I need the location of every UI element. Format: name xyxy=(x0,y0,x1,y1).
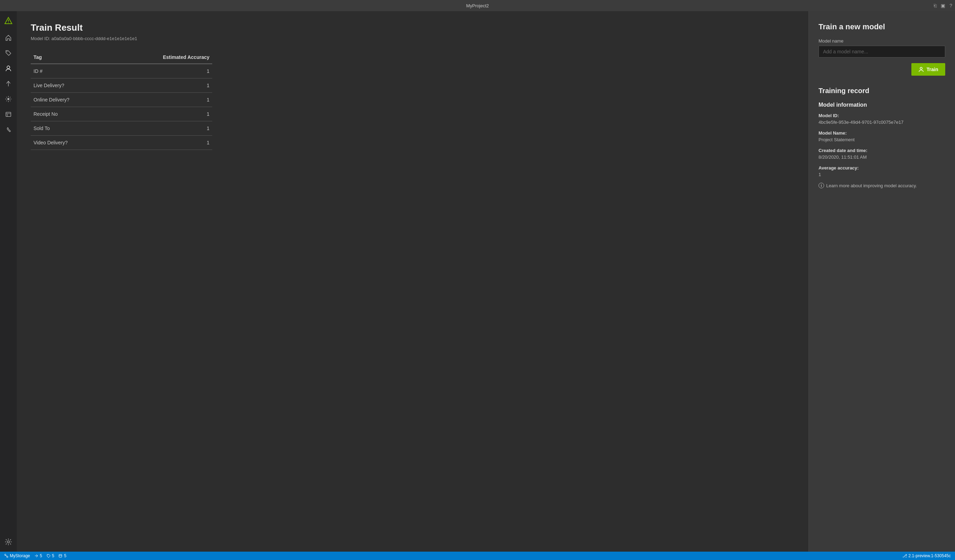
app-title: MyProject2 xyxy=(466,3,488,8)
training-record-title: Training record xyxy=(819,87,945,95)
table-row: ID #1 xyxy=(31,64,212,78)
connections-count: 5 xyxy=(40,554,42,558)
avg-accuracy-label: Average accuracy: xyxy=(819,165,945,170)
table-cell-accuracy: 1 xyxy=(111,64,212,78)
model-id-display: Model ID: a0a0a0a0-bbbb-cccc-dddd-e1e1e1… xyxy=(31,36,794,41)
svg-rect-6 xyxy=(6,112,11,117)
svg-point-2 xyxy=(8,22,9,23)
svg-point-5 xyxy=(7,98,9,100)
train-button-label: Train xyxy=(927,67,938,72)
sidebar-item-active-learning[interactable] xyxy=(2,92,16,106)
train-btn-row: Train xyxy=(819,58,945,76)
sidebar-item-settings[interactable] xyxy=(2,535,16,549)
table-cell-tag: ID # xyxy=(31,64,111,78)
table-cell-tag: Live Delivery? xyxy=(31,78,111,93)
right-panel: Train a new model Model name Train Train… xyxy=(808,11,955,552)
model-name-field-value: Project Statement xyxy=(819,137,945,142)
model-id-value: 4bc9e5fe-953e-49d4-9701-97c0075e7e17 xyxy=(819,120,945,125)
statusbar-version: ⎇ 2.1-preview.1-530545c xyxy=(902,554,951,558)
table-cell-tag: Video Delivery? xyxy=(31,136,111,150)
branch-icon xyxy=(4,554,8,558)
tags-count: 5 xyxy=(52,554,55,558)
page-title: Train Result xyxy=(31,22,794,33)
table-cell-accuracy: 1 xyxy=(111,78,212,93)
svg-point-11 xyxy=(5,554,6,555)
svg-point-10 xyxy=(920,67,922,69)
train-button[interactable]: Train xyxy=(911,63,945,76)
titlebar-actions: ⎗ ▣ ? xyxy=(934,3,952,8)
app-layout: Train Result Model ID: a0a0a0a0-bbbb-ccc… xyxy=(0,11,955,552)
train-icon xyxy=(918,67,924,72)
model-name-field-label: Model Name: xyxy=(819,130,945,136)
status-connections: 5 xyxy=(34,554,42,558)
version-text: 2.1-preview.1-530545c xyxy=(909,554,951,558)
sidebar-logo[interactable] xyxy=(2,14,16,28)
svg-point-9 xyxy=(7,541,9,543)
titlebar: MyProject2 ⎗ ▣ ? xyxy=(0,0,955,11)
sidebar-item-predict[interactable] xyxy=(2,77,16,90)
table-cell-accuracy: 1 xyxy=(111,93,212,107)
table-cell-accuracy: 1 xyxy=(111,136,212,150)
table-cell-tag: Online Delivery? xyxy=(31,93,111,107)
sidebar-item-compose[interactable] xyxy=(2,108,16,121)
col-header-tag: Tag xyxy=(31,51,111,64)
connection-icon xyxy=(34,554,38,558)
tag-status-icon xyxy=(46,554,51,558)
svg-rect-14 xyxy=(59,554,62,557)
table-row: Video Delivery?1 xyxy=(31,136,212,150)
sidebar-item-tools[interactable] xyxy=(2,123,16,137)
share-icon[interactable]: ⎗ xyxy=(934,3,936,8)
table-row: Sold To1 xyxy=(31,121,212,136)
model-info-title: Model information xyxy=(819,102,945,108)
created-label: Created date and time: xyxy=(819,148,945,153)
layout-icon[interactable]: ▣ xyxy=(941,3,945,8)
table-cell-tag: Receipt No xyxy=(31,107,111,121)
table-cell-accuracy: 1 xyxy=(111,121,212,136)
table-cell-tag: Sold To xyxy=(31,121,111,136)
status-assets: 5 xyxy=(58,554,66,558)
svg-line-13 xyxy=(5,555,7,556)
version-icon: ⎇ xyxy=(902,554,908,558)
model-name-label: Model name xyxy=(819,38,945,44)
left-panel: Train Result Model ID: a0a0a0a0-bbbb-ccc… xyxy=(17,11,808,552)
help-icon[interactable]: ? xyxy=(949,3,952,8)
svg-point-3 xyxy=(7,51,7,52)
avg-accuracy-value: 1 xyxy=(819,172,945,177)
status-tags: 5 xyxy=(46,554,55,558)
table-cell-accuracy: 1 xyxy=(111,107,212,121)
table-row: Online Delivery?1 xyxy=(31,93,212,107)
col-header-accuracy: Estimated Accuracy xyxy=(111,51,212,64)
info-circle-icon: i xyxy=(819,183,824,188)
sidebar-item-tags[interactable] xyxy=(2,46,16,60)
model-name-input[interactable] xyxy=(819,46,945,58)
main-content: Train Result Model ID: a0a0a0a0-bbbb-ccc… xyxy=(17,11,955,552)
table-row: Live Delivery?1 xyxy=(31,78,212,93)
created-value: 8/20/2020, 11:51:01 AM xyxy=(819,154,945,160)
assets-icon xyxy=(58,554,63,558)
learn-more-row: i Learn more about improving model accur… xyxy=(819,183,945,188)
new-model-title: Train a new model xyxy=(819,22,945,31)
sidebar xyxy=(0,11,17,552)
sidebar-item-train[interactable] xyxy=(2,61,16,75)
table-row: Receipt No1 xyxy=(31,107,212,121)
sidebar-item-home[interactable] xyxy=(2,31,16,45)
learn-more-link[interactable]: Learn more about improving model accurac… xyxy=(826,183,917,188)
model-id-label: Model ID: xyxy=(819,113,945,118)
svg-point-4 xyxy=(7,66,10,69)
statusbar: MyStorage 5 5 5 ⎇ 2.1-preview.1-530545c xyxy=(0,552,955,560)
results-table: Tag Estimated Accuracy ID #1Live Deliver… xyxy=(31,51,212,150)
status-storage: MyStorage xyxy=(4,554,30,558)
storage-name: MyStorage xyxy=(10,554,30,558)
svg-point-12 xyxy=(7,556,8,558)
assets-count: 5 xyxy=(64,554,66,558)
statusbar-left: MyStorage 5 5 5 xyxy=(4,554,66,558)
